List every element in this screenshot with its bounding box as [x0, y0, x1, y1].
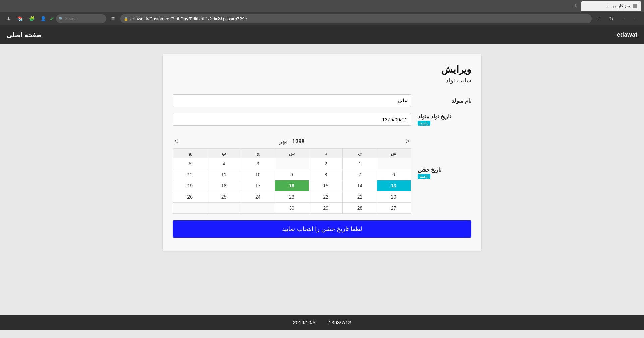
card-title: ویرایش	[173, 64, 471, 75]
birthdate-input[interactable]	[173, 113, 411, 126]
calendar-week-row: 13141516171819	[173, 180, 411, 191]
calendar-day[interactable]: 1	[343, 158, 377, 169]
birthdate-row: تاریخ تولد متولد راهنما	[173, 113, 471, 126]
address-bar[interactable]: 🔒	[120, 14, 592, 23]
search-bar[interactable]: 🔍	[56, 14, 106, 23]
calendar-day[interactable]: 6	[377, 169, 411, 180]
birthdate-label-group: تاریخ تولد متولد راهنما	[418, 113, 471, 126]
calendar-day[interactable]: 23	[275, 191, 309, 203]
search-icon: 🔍	[59, 17, 63, 21]
card-subtitle: سایت تولد	[173, 77, 471, 84]
calendar-empty-cell	[241, 203, 275, 214]
footer-gregorian: 2019/10/5	[293, 320, 315, 325]
calendar-day[interactable]: 26	[173, 191, 207, 203]
lock-icon: 🔒	[124, 17, 128, 21]
calendar-day[interactable]: 10	[241, 169, 275, 180]
tab-bar: میز کار من × +	[0, 0, 644, 12]
calendar-empty-cell	[275, 158, 309, 169]
calendar-week-row: 27282930	[173, 203, 411, 214]
name-row: نام متولد	[173, 94, 471, 107]
birthdate-badge: راهنما	[418, 121, 430, 126]
tab-close-button[interactable]: ×	[606, 3, 609, 9]
party-date-label-row: تاریخ جشن راهنما < 1398 - مهر > شیدسجپچ	[173, 132, 471, 214]
calendar-day[interactable]: 5	[173, 158, 207, 169]
calendar-day[interactable]: 18	[207, 180, 241, 191]
avatar-icon[interactable]: 👤	[38, 14, 48, 23]
calendar-day[interactable]: 11	[207, 169, 241, 180]
calendar-day[interactable]: 17	[241, 180, 275, 191]
app-footer: 2019/10/5 1398/7/13	[0, 315, 644, 330]
calendar-day[interactable]: 13	[377, 180, 411, 191]
menu-button[interactable]: ≡	[108, 14, 118, 23]
calendar-weekday: ش	[377, 149, 411, 158]
calendar-day[interactable]: 27	[377, 203, 411, 214]
name-input[interactable]	[173, 94, 411, 107]
calendar-day[interactable]: 4	[207, 158, 241, 169]
calendar-day[interactable]: 19	[173, 180, 207, 191]
calendar-day[interactable]: 29	[309, 203, 343, 214]
edit-card: ویرایش سایت تولد نام متولد تاریخ تولد مت…	[163, 54, 481, 251]
back-button[interactable]: ←	[631, 14, 640, 23]
home-button[interactable]: ⌂	[594, 14, 604, 23]
calendar-day[interactable]: 28	[343, 203, 377, 214]
calendar-day[interactable]: 20	[377, 191, 411, 203]
calendar-day[interactable]: 21	[343, 191, 377, 203]
party-label: تاریخ جشن	[418, 167, 441, 173]
footer-shamsi: 1398/7/13	[329, 320, 351, 325]
calendar-weekday-row: شیدسجپچ	[173, 149, 411, 158]
party-label-group: تاریخ جشن راهنما	[418, 167, 471, 179]
calendar-day[interactable]: 3	[241, 158, 275, 169]
calendar-day[interactable]: 24	[241, 191, 275, 203]
refresh-button[interactable]: ↻	[606, 14, 616, 23]
calendar-day[interactable]: 15	[309, 180, 343, 191]
forward-button[interactable]: →	[619, 14, 628, 23]
calendar-weekday: ج	[241, 149, 275, 158]
calendar-grid: شیدسجپچ 12345678910111213141516171819202…	[173, 148, 411, 214]
calendar-prev-button[interactable]: <	[404, 138, 411, 145]
calendar-weekday: د	[309, 149, 343, 158]
new-tab-button[interactable]: +	[571, 3, 580, 10]
calendar-empty-cell	[207, 203, 241, 214]
calendar-header: < 1398 - مهر >	[173, 135, 411, 148]
calendar-next-button[interactable]: >	[173, 138, 180, 145]
birthdate-label: تاریخ تولد متولد	[418, 113, 451, 120]
calendar-day[interactable]: 22	[309, 191, 343, 203]
main-content: ویرایش سایت تولد نام متولد تاریخ تولد مت…	[0, 44, 644, 315]
calendar-empty-cell	[173, 203, 207, 214]
submit-button[interactable]: لطفا تاریخ جشن را انتخاب نمایید	[173, 220, 471, 238]
calendar-day[interactable]: 8	[309, 169, 343, 180]
app-logo: edawat	[617, 31, 637, 38]
calendar-week-row: 6789101112	[173, 169, 411, 180]
calendar-day[interactable]: 12	[173, 169, 207, 180]
browser-chrome: میز کار من × + ← → ↻ ⌂ 🔒 ⬇ 📚 🧩 👤 ✔ 🔍 ≡	[0, 0, 644, 25]
tab-favicon	[633, 4, 637, 8]
extensions-icon[interactable]: 🧩	[27, 14, 36, 23]
party-badge: راهنما	[418, 174, 430, 179]
url-input[interactable]	[130, 16, 588, 21]
active-tab[interactable]: میز کار من ×	[581, 1, 641, 11]
bookmarks-icon[interactable]: 📚	[15, 14, 25, 23]
calendar-day[interactable]: 9	[275, 169, 309, 180]
download-icon[interactable]: ⬇	[4, 14, 13, 23]
calendar-day[interactable]: 2	[309, 158, 343, 169]
calendar-week-row: 20212223242526	[173, 191, 411, 203]
search-input[interactable]	[65, 16, 99, 21]
calendar-weekday: ی	[343, 149, 377, 158]
name-label: نام متولد	[418, 98, 471, 104]
calendar-day[interactable]: 14	[343, 180, 377, 191]
calendar-day[interactable]: 25	[207, 191, 241, 203]
calendar-week-row: 12345	[173, 158, 411, 169]
app-header: edawat صفحه اصلی	[0, 25, 644, 44]
calendar-weekday: چ	[173, 149, 207, 158]
calendar-empty-cell	[377, 158, 411, 169]
nav-bar: ← → ↻ ⌂ 🔒 ⬇ 📚 🧩 👤 ✔ 🔍 ≡	[0, 12, 644, 25]
calendar-container: < 1398 - مهر > شیدسجپچ 12345678910111213…	[173, 135, 411, 214]
calendar-weekday: س	[275, 149, 309, 158]
calendar-day[interactable]: 7	[343, 169, 377, 180]
calendar-day[interactable]: 16	[275, 180, 309, 191]
shield-check-icon: ✔	[50, 16, 54, 22]
main-page-link[interactable]: صفحه اصلی	[7, 31, 42, 39]
calendar-day[interactable]: 30	[275, 203, 309, 214]
calendar-month-title: 1398 - مهر	[279, 138, 305, 145]
tab-title: میز کار من	[611, 4, 630, 8]
